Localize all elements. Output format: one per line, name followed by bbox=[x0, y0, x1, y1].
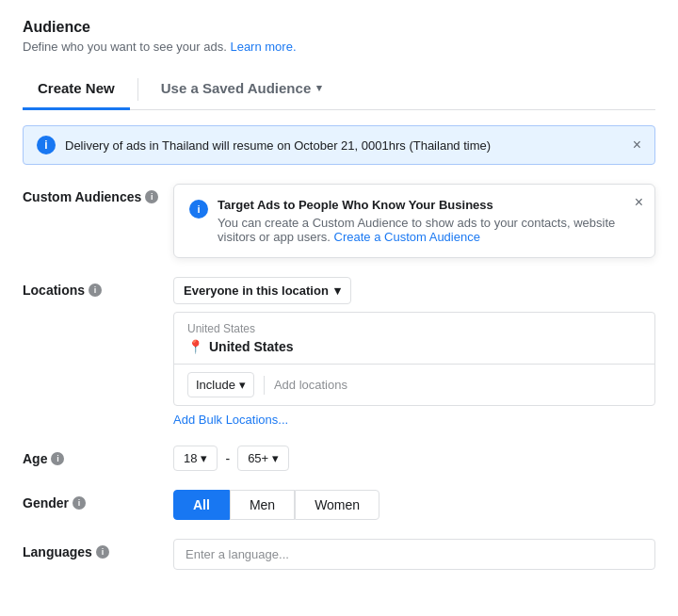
languages-content bbox=[173, 539, 655, 570]
add-locations-placeholder[interactable]: Add locations bbox=[274, 378, 347, 392]
create-custom-audience-link[interactable]: Create a Custom Audience bbox=[334, 230, 480, 244]
gender-content: All Men Women bbox=[173, 490, 655, 520]
age-max-chevron: ▾ bbox=[272, 451, 279, 465]
include-chevron-icon: ▾ bbox=[239, 378, 246, 392]
age-min-dropdown[interactable]: 18 ▾ bbox=[173, 446, 218, 471]
location-pin-icon: 📍 bbox=[187, 339, 203, 354]
gender-label: Gender i bbox=[23, 490, 173, 511]
learn-more-link[interactable]: Learn more. bbox=[230, 40, 296, 54]
location-separator bbox=[264, 376, 265, 395]
age-info-icon[interactable]: i bbox=[51, 452, 64, 465]
section-header: Audience Define who you want to see your… bbox=[23, 19, 655, 54]
content-area: i Delivery of ads in Thailand will resum… bbox=[23, 125, 655, 570]
location-selected: 📍 United States bbox=[187, 339, 641, 354]
page-title: Audience bbox=[23, 19, 655, 36]
tab-divider bbox=[137, 78, 138, 101]
location-search-hint: United States bbox=[187, 322, 641, 335]
gender-men-button[interactable]: Men bbox=[230, 490, 295, 520]
audience-section: Audience Define who you want to see your… bbox=[0, 0, 678, 608]
age-row: Age i 18 ▾ - 65+ ▾ bbox=[23, 446, 655, 471]
custom-audiences-content: i Target Ads to People Who Know Your Bus… bbox=[173, 184, 655, 258]
language-input[interactable] bbox=[173, 539, 655, 570]
banner-text: Delivery of ads in Thailand will resume … bbox=[65, 138, 623, 153]
info-banner: i Delivery of ads in Thailand will resum… bbox=[23, 125, 655, 165]
tooltip-title: Target Ads to People Who Know Your Busin… bbox=[218, 198, 621, 212]
locations-info-icon[interactable]: i bbox=[89, 284, 102, 297]
age-separator: - bbox=[225, 451, 230, 466]
tooltip-close-button[interactable]: × bbox=[635, 194, 643, 211]
custom-audiences-tooltip: i Target Ads to People Who Know Your Bus… bbox=[173, 184, 655, 258]
age-content: 18 ▾ - 65+ ▾ bbox=[173, 446, 655, 471]
gender-button-group: All Men Women bbox=[173, 490, 655, 520]
section-subtitle: Define who you want to see your ads. Lea… bbox=[23, 40, 655, 54]
location-box-bottom: Include ▾ Add locations bbox=[174, 365, 654, 405]
custom-audiences-row: Custom Audiences i i Target Ads to Peopl… bbox=[23, 184, 655, 258]
locations-row: Locations i Everyone in this location ▾ … bbox=[23, 277, 655, 427]
locations-content: Everyone in this location ▾ United State… bbox=[173, 277, 655, 427]
banner-close-button[interactable]: × bbox=[633, 137, 641, 154]
age-label: Age i bbox=[23, 446, 173, 466]
gender-info-icon[interactable]: i bbox=[73, 496, 86, 510]
banner-info-icon: i bbox=[37, 136, 56, 154]
languages-row: Languages i bbox=[23, 539, 655, 570]
gender-all-button[interactable]: All bbox=[173, 490, 230, 520]
location-box-top: United States 📍 United States bbox=[174, 313, 654, 365]
custom-audiences-label: Custom Audiences i bbox=[23, 184, 173, 204]
languages-label: Languages i bbox=[23, 539, 173, 559]
gender-row: Gender i All Men Women bbox=[23, 490, 655, 520]
tabs-container: Create New Use a Saved Audience ▾ bbox=[23, 69, 655, 110]
tab-use-saved[interactable]: Use a Saved Audience ▾ bbox=[146, 69, 338, 110]
include-dropdown[interactable]: Include ▾ bbox=[187, 372, 254, 397]
custom-audiences-info-icon[interactable]: i bbox=[145, 190, 158, 203]
languages-info-icon[interactable]: i bbox=[96, 545, 109, 559]
location-type-dropdown[interactable]: Everyone in this location ▾ bbox=[173, 277, 351, 304]
tooltip-info-icon: i bbox=[189, 200, 208, 219]
age-max-dropdown[interactable]: 65+ ▾ bbox=[237, 446, 289, 471]
tooltip-content: Target Ads to People Who Know Your Busin… bbox=[218, 198, 639, 244]
chevron-down-icon: ▾ bbox=[316, 82, 322, 94]
tab-create-new[interactable]: Create New bbox=[23, 69, 130, 110]
tooltip-body: You can create a Custom Audience to show… bbox=[218, 216, 621, 244]
location-dropdown-chevron: ▾ bbox=[334, 284, 341, 298]
locations-label: Locations i bbox=[23, 277, 173, 298]
age-min-chevron: ▾ bbox=[201, 451, 207, 465]
location-box: United States 📍 United States Include ▾ … bbox=[173, 312, 655, 406]
add-bulk-locations-link[interactable]: Add Bulk Locations... bbox=[173, 413, 288, 427]
gender-women-button[interactable]: Women bbox=[295, 490, 379, 520]
